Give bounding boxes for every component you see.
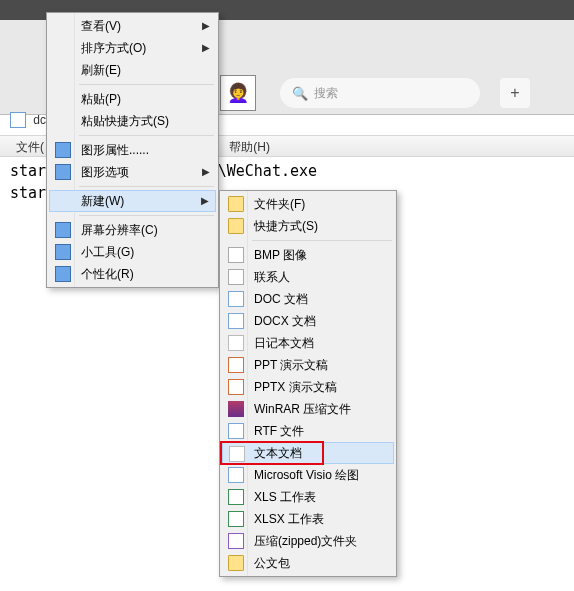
image-icon — [228, 247, 244, 263]
chevron-right-icon: ▶ — [202, 37, 210, 59]
xlsx-icon — [228, 511, 244, 527]
separator — [252, 240, 392, 241]
ppt-icon — [228, 357, 244, 373]
new-shortcut[interactable]: 快捷方式(S) — [222, 215, 394, 237]
separator — [79, 135, 214, 136]
separator — [79, 215, 214, 216]
menu-paste[interactable]: 粘贴(P) — [49, 88, 216, 110]
chevron-right-icon: ▶ — [201, 191, 209, 211]
new-zip[interactable]: 压缩(zipped)文件夹 — [222, 530, 394, 552]
window-title: dc — [33, 113, 46, 127]
folder-icon — [228, 196, 244, 212]
separator — [79, 186, 214, 187]
chevron-right-icon: ▶ — [202, 161, 210, 183]
new-pptx[interactable]: PPTX 演示文稿 — [222, 376, 394, 398]
briefcase-icon — [228, 555, 244, 571]
new-folder[interactable]: 文件夹(F) — [222, 193, 394, 215]
search-input[interactable]: 🔍 搜索 — [280, 78, 480, 108]
monitor-icon — [55, 164, 71, 180]
contact-icon — [228, 269, 244, 285]
plus-icon: + — [510, 84, 519, 102]
new-briefcase[interactable]: 公文包 — [222, 552, 394, 574]
menu-view[interactable]: 查看(V) ▶ — [49, 15, 216, 37]
rar-icon — [228, 401, 244, 417]
new-winrar[interactable]: WinRAR 压缩文件 — [222, 398, 394, 420]
submenu-new: 文件夹(F) 快捷方式(S) BMP 图像 联系人 DOC 文档 DOCX 文档… — [219, 190, 397, 577]
menu-gadgets[interactable]: 小工具(G) — [49, 241, 216, 263]
menu-new[interactable]: 新建(W) ▶ — [49, 190, 216, 212]
personalize-icon — [55, 266, 71, 282]
new-ppt[interactable]: PPT 演示文稿 — [222, 354, 394, 376]
new-xlsx[interactable]: XLSX 工作表 — [222, 508, 394, 530]
new-bmp[interactable]: BMP 图像 — [222, 244, 394, 266]
new-journal[interactable]: 日记本文档 — [222, 332, 394, 354]
context-menu: 查看(V) ▶ 排序方式(O) ▶ 刷新(E) 粘贴(P) 粘贴快捷方式(S) … — [46, 12, 219, 288]
add-button[interactable]: + — [500, 78, 530, 108]
chevron-right-icon: ▶ — [202, 15, 210, 37]
menu-personalize[interactable]: 个性化(R) — [49, 263, 216, 285]
new-rtf[interactable]: RTF 文件 — [222, 420, 394, 442]
xls-icon — [228, 489, 244, 505]
new-docx[interactable]: DOCX 文档 — [222, 310, 394, 332]
text-icon — [229, 446, 245, 462]
menu-refresh[interactable]: 刷新(E) — [49, 59, 216, 81]
doc-icon — [228, 291, 244, 307]
separator — [79, 84, 214, 85]
search-placeholder: 搜索 — [314, 85, 338, 102]
menu-screen-resolution[interactable]: 屏幕分辨率(C) — [49, 219, 216, 241]
search-icon: 🔍 — [292, 86, 308, 101]
new-xls[interactable]: XLS 工作表 — [222, 486, 394, 508]
menu-file[interactable]: 文件( — [10, 136, 50, 159]
zip-icon — [228, 533, 244, 549]
gadget-icon — [55, 244, 71, 260]
journal-icon — [228, 335, 244, 351]
monitor-icon — [55, 222, 71, 238]
menu-graphics-options[interactable]: 图形选项 ▶ — [49, 161, 216, 183]
visio-icon — [228, 467, 244, 483]
new-text-document[interactable]: 文本文档 — [222, 442, 394, 464]
menu-graphics-properties[interactable]: 图形属性...... — [49, 139, 216, 161]
menu-help[interactable]: 帮助(H) — [223, 136, 276, 159]
pptx-icon — [228, 379, 244, 395]
notepad-icon — [10, 112, 26, 128]
monitor-icon — [55, 142, 71, 158]
menu-paste-shortcut[interactable]: 粘贴快捷方式(S) — [49, 110, 216, 132]
docx-icon — [228, 313, 244, 329]
new-visio[interactable]: Microsoft Visio 绘图 — [222, 464, 394, 486]
new-doc[interactable]: DOC 文档 — [222, 288, 394, 310]
shortcut-icon — [228, 218, 244, 234]
menu-sort[interactable]: 排序方式(O) ▶ — [49, 37, 216, 59]
new-contact[interactable]: 联系人 — [222, 266, 394, 288]
rtf-icon — [228, 423, 244, 439]
avatar[interactable]: 👩‍🦱 — [220, 75, 256, 111]
